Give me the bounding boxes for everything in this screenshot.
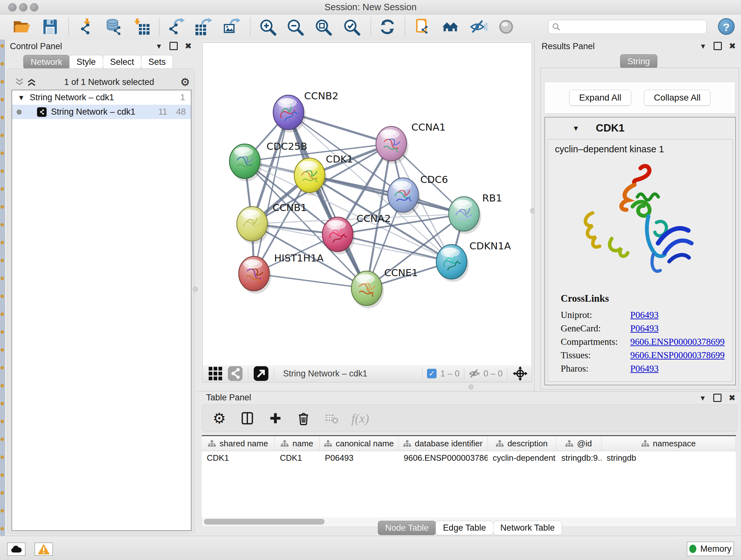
control-panel: Control Panel ▾ ✖ NetworkStyleSelectSets…	[5, 40, 198, 536]
node-CCNA1[interactable]: CCNA1	[376, 121, 446, 164]
show-columns-icon[interactable]	[239, 410, 256, 427]
column-header-@id[interactable]: @id	[556, 436, 602, 451]
help-icon[interactable]: ?	[718, 18, 735, 35]
panel-undock-icon[interactable]	[713, 393, 722, 402]
node-HIST1H1A[interactable]: HIST1H1A	[239, 252, 324, 294]
table-row[interactable]: CDK1CDK1P064939606.ENSP00000378699cyclin…	[202, 451, 736, 464]
collection-count: 1	[180, 92, 185, 103]
crosslink-link[interactable]: P06493	[630, 323, 732, 334]
delete-column-trash-icon[interactable]	[295, 410, 312, 427]
zoom-fit-icon[interactable]	[315, 18, 333, 36]
import-table-file-icon[interactable]	[133, 18, 151, 36]
zoom-in-icon[interactable]	[259, 18, 277, 36]
birds-eye-toggle-icon[interactable]	[497, 18, 515, 36]
network-type-icon	[37, 107, 47, 117]
panel-close-icon[interactable]: ✖	[728, 42, 737, 51]
network-options-gear-icon[interactable]: ⚙	[181, 78, 190, 86]
panel-close-icon[interactable]: ✖	[728, 393, 737, 402]
crosslink-link[interactable]: P06493	[630, 310, 732, 320]
search-input[interactable]	[561, 22, 706, 32]
add-column-icon[interactable]	[267, 410, 284, 427]
close-window-button[interactable]	[8, 3, 17, 11]
collapse-all-button[interactable]: Collapse All	[644, 90, 711, 106]
splitter-grip[interactable]	[468, 384, 474, 389]
return-home-icon[interactable]	[441, 18, 459, 36]
crosslink-link[interactable]: 9606.ENSP00000378699	[630, 350, 732, 361]
column-header-canonical-name[interactable]: canonical name	[320, 436, 399, 451]
column-header-database-identifier[interactable]: database identifier	[399, 436, 488, 451]
collapse-all-networks-icon[interactable]	[13, 78, 25, 86]
open-session-icon[interactable]	[13, 18, 30, 36]
column-header-description[interactable]: description	[488, 436, 556, 451]
network-tree: ▾ String Network – cdk1 1 String Network…	[11, 90, 192, 531]
panel-float-icon[interactable]: ▾	[698, 393, 707, 402]
selected-count-checkbox[interactable]: ✓	[427, 369, 436, 378]
panel-float-icon[interactable]: ▾	[698, 42, 708, 51]
results-panel-title: Results Panel	[542, 42, 595, 51]
node-RB1[interactable]: RB1	[449, 192, 502, 234]
panel-float-icon[interactable]: ▾	[154, 42, 163, 51]
expand-all-button[interactable]: Expand All	[569, 90, 631, 106]
network-row[interactable]: String Network – cdk1 11 48	[12, 105, 191, 119]
grid-view-icon[interactable]	[207, 365, 224, 382]
memory-button[interactable]: Memory	[687, 542, 734, 556]
export-network-icon[interactable]	[167, 18, 185, 36]
column-header-namespace[interactable]: namespace	[602, 436, 736, 451]
crosslink-link[interactable]: 9606.ENSP00000378699	[630, 336, 732, 347]
import-network-database-icon[interactable]	[105, 18, 122, 36]
zoom-out-icon[interactable]	[286, 18, 305, 36]
splitter-grip[interactable]	[193, 287, 198, 292]
tab-edge-table[interactable]: Edge Table	[435, 521, 493, 535]
fit-selected-crosshair-icon[interactable]	[512, 365, 529, 382]
warning-icon[interactable]	[35, 543, 53, 556]
minimize-window-button[interactable]	[19, 3, 27, 11]
save-session-icon[interactable]	[41, 18, 59, 36]
tab-select[interactable]: Select	[103, 55, 141, 69]
tab-network[interactable]: Network	[23, 55, 70, 69]
open-in-browser-icon[interactable]	[413, 18, 431, 36]
toolbar-separator	[250, 17, 251, 36]
table-options-gear-icon[interactable]: ⚙	[211, 410, 227, 427]
column-type-icon	[642, 440, 649, 447]
birdseye-view-icon[interactable]	[253, 365, 269, 382]
section-collapse-icon[interactable]: ▾	[574, 123, 578, 133]
panel-close-icon[interactable]: ✖	[184, 42, 193, 51]
column-header-shared-name[interactable]: shared name	[202, 436, 275, 451]
tab-sets[interactable]: Sets	[141, 55, 173, 69]
node-CDKN1A[interactable]: CDKN1A	[436, 240, 511, 282]
crosslink-row: Uniprot:P06493	[561, 310, 732, 320]
expand-all-networks-icon[interactable]	[25, 78, 38, 86]
edge-CCNB2-HIST1H1A[interactable]	[254, 112, 288, 273]
column-header-name[interactable]: name	[275, 436, 320, 451]
background-strip	[0, 40, 5, 536]
node-CCNE1[interactable]: CCNE1	[351, 267, 418, 308]
network-canvas[interactable]: CCNB2CCNA1CDC25BCDK1CDC6RB1CCNB1CCNA2CDK…	[202, 43, 532, 366]
panel-undock-icon[interactable]	[169, 42, 178, 51]
toolbar-separator	[464, 367, 464, 380]
network-share-view-icon[interactable]	[227, 365, 244, 382]
tab-node-table[interactable]: Node Table	[378, 521, 436, 535]
export-image-icon[interactable]	[223, 18, 241, 36]
column-type-icon	[281, 440, 288, 447]
crosslink-link[interactable]: P06493	[630, 363, 732, 374]
node-CDK1[interactable]: CDK1	[294, 153, 353, 195]
toolbar-separator	[274, 367, 274, 380]
zoom-window-button[interactable]	[30, 3, 38, 11]
show-hide-graphics-details-icon[interactable]	[469, 18, 487, 36]
refresh-view-icon[interactable]	[379, 18, 396, 36]
node-label-CDC25B: CDC25B	[266, 140, 307, 152]
scrollbar-thumb[interactable]	[204, 519, 325, 524]
cloud-status-icon[interactable]	[7, 543, 25, 556]
tab-network-table[interactable]: Network Table	[493, 521, 562, 535]
export-table-icon[interactable]	[194, 18, 212, 36]
network-collection-row[interactable]: ▾ String Network – cdk1 1	[12, 90, 191, 105]
zoom-selected-icon[interactable]	[343, 18, 361, 36]
node-CDC6[interactable]: CDC6	[388, 174, 448, 215]
tab-style[interactable]: Style	[69, 55, 103, 69]
panel-undock-icon[interactable]	[713, 42, 722, 51]
import-network-file-icon[interactable]	[77, 18, 95, 36]
node-CCNB2[interactable]: CCNB2	[273, 90, 338, 132]
search-field[interactable]	[548, 20, 706, 34]
collection-expand-icon[interactable]: ▾	[19, 92, 23, 103]
tab-string[interactable]: String	[620, 54, 657, 69]
